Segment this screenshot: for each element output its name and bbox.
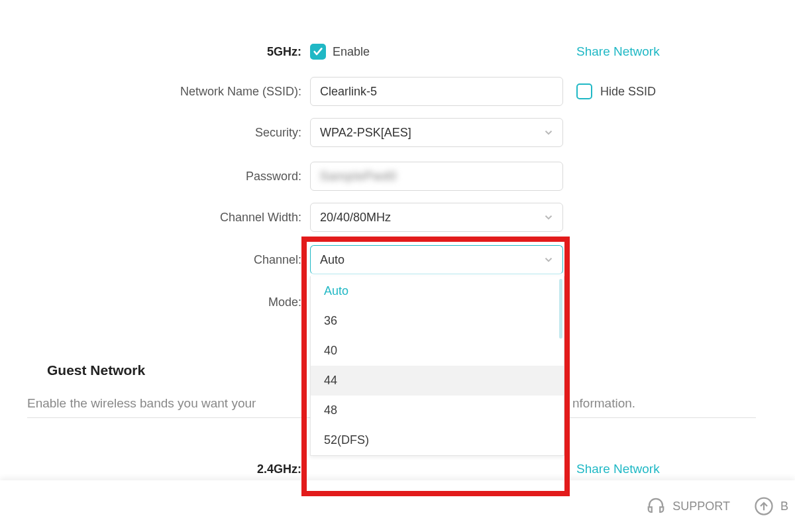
band-5ghz-label: 5GHz: [0,45,301,59]
channel-option[interactable]: 52(DFS) [311,425,564,455]
password-input[interactable]: SamplePwd0 [310,162,563,191]
channel-width-value: 20/40/80MHz [320,211,391,225]
channel-value: Auto [320,253,344,267]
chevron-down-icon [543,254,555,266]
channel-select[interactable]: Auto [310,245,563,274]
channel-option[interactable]: Auto [311,276,564,306]
arrow-up-circle-icon [754,496,774,516]
share-network-24ghz-link[interactable]: Share Network [576,462,660,476]
headset-icon [646,496,666,516]
footer-bar: SUPPORT B [0,480,795,532]
security-value: WPA2-PSK[AES] [320,126,411,140]
password-masked: SamplePwd0 [320,170,397,184]
support-label: SUPPORT [672,500,730,513]
hide-ssid-label: Hide SSID [600,85,656,99]
ssid-input[interactable] [310,77,563,106]
channel-dropdown[interactable]: Auto3640444852(DFS) [310,276,564,456]
mode-label: Mode: [0,295,301,309]
password-label: Password: [0,170,301,184]
ssid-label: Network Name (SSID): [0,85,301,99]
channel-option[interactable]: 48 [311,396,564,425]
guest-network-heading: Guest Network [47,362,145,378]
channel-option[interactable]: 40 [311,336,564,366]
guest-network-desc-after: nformation. [572,396,635,411]
back-button[interactable]: B [754,496,788,516]
band-24ghz-label: 2.4GHz: [0,462,301,476]
hide-ssid-checkbox[interactable] [576,83,592,99]
channel-width-select[interactable]: 20/40/80MHz [310,203,563,232]
channel-width-label: Channel Width: [0,211,301,225]
security-select[interactable]: WPA2-PSK[AES] [310,118,563,147]
share-network-5ghz-link[interactable]: Share Network [576,44,660,59]
guest-network-desc-before: Enable the wireless bands you want your [27,396,256,410]
channel-label: Channel: [0,253,301,267]
chevron-down-icon [543,127,555,138]
channel-option[interactable]: 44 [311,366,564,396]
dropdown-scrollbar[interactable] [559,279,562,339]
enable-5ghz-label: Enable [333,45,370,59]
security-label: Security: [0,126,301,140]
back-label-fragment: B [780,500,788,513]
support-button[interactable]: SUPPORT [646,496,730,516]
channel-option[interactable]: 36 [311,306,564,336]
enable-5ghz-checkbox[interactable] [310,44,326,60]
chevron-down-icon [543,211,555,223]
